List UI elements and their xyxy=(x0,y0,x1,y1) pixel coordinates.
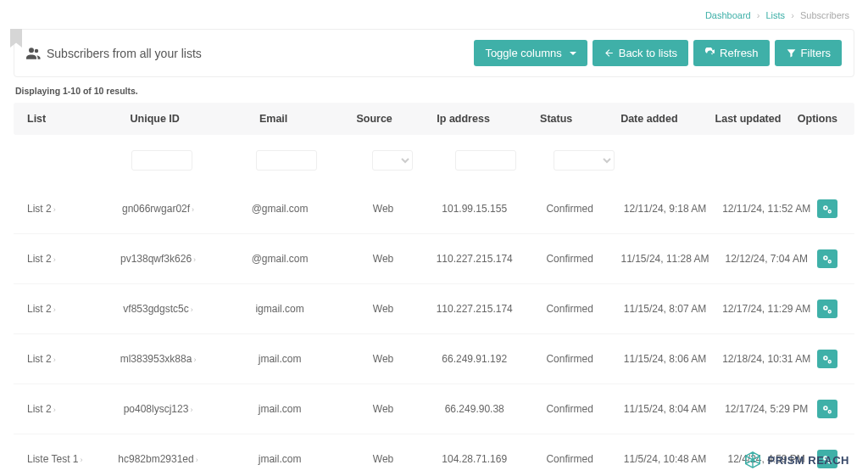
cell-ip: 66.249.91.192 xyxy=(424,353,526,365)
cell-status: Confirmed xyxy=(526,203,615,215)
refresh-icon xyxy=(704,48,715,59)
row-options-button[interactable] xyxy=(817,300,837,318)
col-header-source[interactable]: Source xyxy=(335,113,414,125)
uid-link[interactable]: vf853gdgstc5c xyxy=(123,303,188,315)
users-icon xyxy=(26,48,42,59)
cell-updated: 12/18/24, 10:31 AM xyxy=(715,353,817,365)
cell-status: Confirmed xyxy=(526,403,615,415)
uid-link[interactable]: ml383953xk88a xyxy=(120,353,192,365)
result-count: Displaying 1-10 of 10 results. xyxy=(0,77,868,103)
breadcrumb: Dashboard › Lists › Subscribers xyxy=(0,0,868,20)
cell-ip: 110.227.215.174 xyxy=(424,253,526,265)
filter-status-select[interactable] xyxy=(554,150,615,171)
filter-uid-input[interactable] xyxy=(131,150,192,171)
cell-updated: 12/17/24, 5:29 PM xyxy=(715,403,817,415)
table-row: List 2›vf853gdgstc5c›igmail.comWeb110.22… xyxy=(14,283,854,333)
filter-source-select[interactable] xyxy=(372,150,413,171)
cell-status: Confirmed xyxy=(526,353,615,365)
table-row: List 2›ml383953xk88a›jmail.comWeb66.249.… xyxy=(14,333,854,384)
chevron-right-icon: › xyxy=(53,356,56,364)
chevron-right-icon: › xyxy=(192,205,194,214)
row-options-button[interactable] xyxy=(817,199,837,218)
row-options-button[interactable] xyxy=(817,400,837,418)
col-header-options: Options xyxy=(798,113,846,125)
filter-row xyxy=(14,135,854,179)
cell-added: 11/15/24, 11:28 AM xyxy=(615,253,716,265)
list-link[interactable]: List 2 xyxy=(27,403,52,415)
cell-status: Confirmed xyxy=(526,303,615,315)
breadcrumb-lists[interactable]: Lists xyxy=(766,10,786,20)
uid-link[interactable]: pv138qwf3k626 xyxy=(120,253,192,265)
cell-added: 11/15/24, 8:07 AM xyxy=(615,303,716,315)
cell-status: Confirmed xyxy=(526,253,615,265)
cell-source: Web xyxy=(342,453,424,465)
cell-email: igmail.com xyxy=(217,303,342,315)
cell-email: jmail.com xyxy=(217,353,342,365)
cell-email: @gmail.com xyxy=(217,253,342,265)
cell-added: 11/5/24, 10:48 AM xyxy=(615,453,716,465)
chevron-right-icon: › xyxy=(191,305,193,314)
list-link[interactable]: Liste Test 1 xyxy=(27,453,78,465)
table-row: List 2›po408lyscj123›jmail.comWeb66.249.… xyxy=(14,384,854,434)
back-to-lists-button[interactable]: Back to lists xyxy=(593,40,688,66)
chevron-right-icon: › xyxy=(190,406,192,414)
col-header-status[interactable]: Status xyxy=(513,113,600,125)
refresh-button[interactable]: Refresh xyxy=(693,40,770,66)
filter-icon xyxy=(786,48,797,59)
filter-ip-input[interactable] xyxy=(455,150,516,171)
cell-email: @gmail.com xyxy=(217,203,342,215)
row-options-button[interactable] xyxy=(817,249,837,268)
uid-link[interactable]: hc982bm2931ed xyxy=(118,453,193,465)
table-row: Liste Test 1›hc982bm2931ed›jmail.comWeb1… xyxy=(14,434,854,476)
cell-updated: 12/11/24, 11:52 AM xyxy=(715,203,817,215)
chevron-right-icon: › xyxy=(193,356,196,364)
cogs-icon xyxy=(821,254,832,265)
cogs-icon xyxy=(821,404,832,415)
chevron-right-icon: › xyxy=(53,305,56,314)
col-header-list[interactable]: List xyxy=(22,113,97,125)
list-link[interactable]: List 2 xyxy=(27,253,52,265)
panel-title: Subscribers from all your lists xyxy=(47,47,202,60)
cell-ip: 101.99.15.155 xyxy=(424,203,526,215)
prism-icon xyxy=(743,451,762,469)
list-link[interactable]: List 2 xyxy=(27,303,52,315)
row-options-button[interactable] xyxy=(817,350,837,368)
cell-added: 11/15/24, 8:06 AM xyxy=(615,353,716,365)
col-header-email[interactable]: Email xyxy=(212,113,335,125)
cell-email: jmail.com xyxy=(217,453,342,465)
uid-link[interactable]: po408lyscj123 xyxy=(124,403,189,415)
chevron-right-icon: › xyxy=(53,255,56,264)
arrow-left-icon xyxy=(604,48,615,59)
chevron-right-icon: › xyxy=(196,456,198,464)
list-link[interactable]: List 2 xyxy=(27,203,52,215)
breadcrumb-current: Subscribers xyxy=(800,10,849,20)
cogs-icon xyxy=(821,304,832,315)
cogs-icon xyxy=(821,204,832,215)
cell-updated: 12/17/24, 11:29 AM xyxy=(715,303,817,315)
chevron-right-icon: › xyxy=(53,205,56,214)
chevron-right-icon: › xyxy=(80,456,82,464)
list-link[interactable]: List 2 xyxy=(27,353,52,365)
toggle-columns-button[interactable]: Toggle columns xyxy=(474,40,587,66)
subscribers-table: List Unique ID Email Source Ip address S… xyxy=(14,103,854,476)
uid-link[interactable]: gn066rwgar02f xyxy=(122,203,190,215)
filters-button[interactable]: Filters xyxy=(775,40,842,66)
cell-status: Confirmed xyxy=(526,453,615,465)
breadcrumb-dashboard[interactable]: Dashboard xyxy=(705,10,751,20)
table-header: List Unique ID Email Source Ip address S… xyxy=(14,103,854,135)
cell-source: Web xyxy=(342,203,424,215)
cell-source: Web xyxy=(342,253,424,265)
chevron-right-icon: › xyxy=(53,406,56,414)
col-header-added[interactable]: Date added xyxy=(600,113,699,125)
cell-ip: 110.227.215.174 xyxy=(424,303,526,315)
cell-ip: 104.28.71.169 xyxy=(424,453,526,465)
col-header-ip[interactable]: Ip address xyxy=(414,113,513,125)
cell-updated: 12/12/24, 7:04 AM xyxy=(715,253,817,265)
col-header-updated[interactable]: Last updated xyxy=(698,113,798,125)
cell-added: 12/11/24, 9:18 AM xyxy=(615,203,716,215)
col-header-uid[interactable]: Unique ID xyxy=(97,113,212,125)
filter-email-input[interactable] xyxy=(256,150,317,171)
chevron-down-icon xyxy=(570,52,576,55)
cell-source: Web xyxy=(342,303,424,315)
brand-logo: PRISM REACH xyxy=(743,451,849,469)
